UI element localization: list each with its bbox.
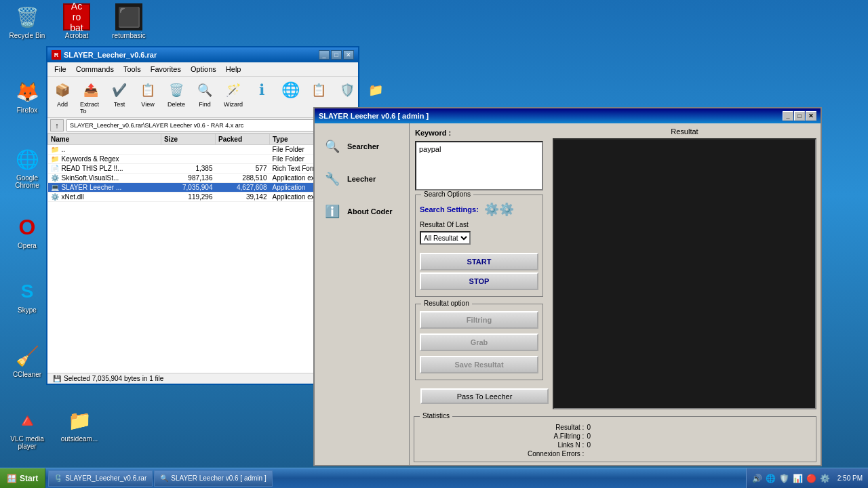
winrar-titlebar: R SLAYER_Leecher_v0.6.rar _ □ ✕ — [47, 47, 358, 62]
sidebar-item-leecher[interactable]: 🔧 Leecher — [315, 163, 409, 195]
slayer-body: 🔍 Searcher 🔧 Leecher ℹ️ About Coder Ke — [315, 123, 821, 465]
winrar-close-button[interactable]: ✕ — [343, 50, 354, 60]
file-packed-cell — [216, 145, 270, 155]
slayer-main: Keyword : Search Options Search Settings… — [410, 123, 821, 465]
winrar-filelist[interactable]: Name Size Packed Type 📁.. File Folder 📁K… — [47, 134, 358, 373]
file-name-cell: 📁.. — [48, 145, 161, 155]
table-row[interactable]: 💻SLAYER Leecher ... 7,035,904 4,627,608 … — [48, 183, 358, 192]
menu-favorites[interactable]: Favorites — [146, 64, 185, 75]
keyword-input[interactable] — [415, 141, 543, 190]
file-packed-cell: 288,510 — [216, 174, 270, 183]
start-button[interactable]: START — [420, 253, 538, 270]
menu-tools[interactable]: Tools — [119, 64, 145, 75]
filtring-button[interactable]: Filtring — [420, 311, 538, 329]
slayer-restore-button[interactable]: □ — [794, 111, 805, 121]
col-name[interactable]: Name — [48, 134, 161, 145]
toolbar-test-button[interactable]: ✔️ Test — [106, 78, 133, 109]
outsideam-label: outsideam... — [56, 435, 103, 443]
file-packed-cell: 4,627,608 — [216, 183, 270, 192]
sidebar-item-about-coder[interactable]: ℹ️ About Coder — [315, 195, 409, 228]
start-button[interactable]: 🪟 Start — [0, 468, 45, 488]
desktop-icon-chrome[interactable]: 🌐 Google Chrome — [3, 146, 51, 189]
vlc-icon: 🔺 — [14, 407, 41, 434]
acrobat-icon: Acrobat — [63, 3, 90, 30]
toolbar-shield-button[interactable]: 🛡️ — [334, 78, 361, 102]
addr-up-button[interactable]: ↑ — [50, 119, 64, 131]
winrar-addressbar: ↑ SLAYER_Leecher_v0.6.rar\SLAYER Leecher… — [47, 118, 358, 134]
file-name-cell: 📄READ THIS PLZ !!... — [48, 164, 161, 174]
keyword-label: Keyword : — [415, 129, 543, 137]
find-icon: 🔍 — [194, 79, 216, 101]
slayer-close-button[interactable]: ✕ — [806, 111, 816, 121]
table-row[interactable]: 📁.. File Folder — [48, 145, 358, 155]
toolbar-wizard-button[interactable]: 🪄 Wizard — [220, 78, 247, 109]
connexion-errors-label: Connexion Errors : — [418, 450, 584, 458]
search-settings-label: Search Settings: — [420, 205, 479, 214]
stop-button[interactable]: STOP — [420, 272, 538, 290]
toolbar-extractto-button[interactable]: 📤 Extract To — [77, 78, 104, 116]
file-size-cell — [161, 145, 216, 155]
gear-settings-icon[interactable]: ⚙️⚙️ — [484, 202, 514, 217]
slayer-titlebar: SLAYER Leecher v0.6 [ admin ] _ □ ✕ — [315, 108, 821, 123]
desktop-icon-firefox[interactable]: 🦊 Firefox — [3, 78, 51, 114]
menu-options[interactable]: Options — [186, 64, 220, 75]
desktop-icon-vlc[interactable]: 🔺 VLC media player — [3, 407, 51, 450]
slayer-minimize-button[interactable]: _ — [783, 111, 793, 121]
col-packed[interactable]: Packed — [216, 134, 270, 145]
table-row[interactable]: ⚙️xNet.dll 119,296 39,142 Application ex… — [48, 192, 358, 202]
grab-button[interactable]: Grab — [420, 333, 538, 351]
table-row[interactable]: 📁Keywords & Regex File Folder — [48, 155, 358, 164]
desktop-icon-ccleaner[interactable]: 🧹 CCleaner — [3, 342, 51, 378]
searcher-icon: 🔍 — [323, 137, 342, 156]
pass-to-leecher-button[interactable]: Pass To Leecher — [420, 388, 549, 404]
toolbar-info-button[interactable]: ℹ — [248, 78, 275, 102]
folder-icon: 📁 — [365, 79, 387, 101]
winrar-restore-button[interactable]: □ — [331, 50, 342, 60]
resultat-select[interactable]: All Resultat — [420, 231, 471, 245]
toolbar-globe-button[interactable]: 🌐 — [277, 78, 304, 102]
taskbar-slayer-icon: 🔍 — [160, 474, 168, 482]
file-size-cell: 119,296 — [161, 192, 216, 202]
winrar-minimize-button[interactable]: _ — [319, 50, 330, 60]
winrar-controls: _ □ ✕ — [319, 50, 354, 60]
save-resultat-button[interactable]: Save Resultat — [420, 356, 538, 373]
about-coder-icon: ℹ️ — [323, 202, 342, 221]
recycle-bin-icon: 🗑️ — [14, 3, 41, 30]
desktop-icon-acrobat[interactable]: Acrobat Acrobat — [53, 3, 100, 39]
resultat-stat-label: Resultat : — [418, 424, 584, 431]
winrar-toolbar: 📦 Add 📤 Extract To ✔️ Test 📋 View 🗑️ Del… — [47, 77, 358, 118]
table-row[interactable]: ⚙️SkinSoft.VisualSt... 987,136 288,510 A… — [48, 174, 358, 183]
links-n-stat-value: 0 — [587, 441, 700, 449]
tray-time: 2:50 PM — [837, 474, 863, 482]
info-icon: ℹ — [251, 79, 273, 101]
result-box[interactable] — [553, 138, 816, 409]
resultat-stat-value: 0 — [587, 424, 700, 431]
col-size[interactable]: Size — [161, 134, 216, 145]
desktop-icon-returnbasic[interactable]: ⬛ returnbasic — [105, 3, 153, 39]
desktop-icon-recycle-bin[interactable]: 🗑️ Recycle Bin — [3, 3, 51, 39]
sidebar-item-searcher[interactable]: 🔍 Searcher — [315, 130, 409, 163]
toolbar-find-button[interactable]: 🔍 Find — [191, 78, 218, 109]
toolbar-add-button[interactable]: 📦 Add — [49, 78, 76, 109]
taskbar-item-winrar[interactable]: 🗜️ SLAYER_Leecher_v0.6.rar — [48, 470, 153, 487]
winrar-status-text: Selected 7,035,904 bytes in 1 file — [64, 375, 163, 382]
taskbar-tray: 🔊 🌐 🛡️ 📊 🔴 ⚙️ 2:50 PM — [746, 468, 868, 488]
a-filtring-stat-label: A.Filtring : — [418, 432, 584, 440]
desktop-icon-outsideam[interactable]: 📁 outsideam... — [56, 407, 103, 443]
desktop-icon-skype[interactable]: S Skype — [3, 278, 51, 314]
taskbar-item-slayer[interactable]: 🔍 SLAYER Leecher v0.6 [ admin ] — [154, 470, 272, 487]
table-row[interactable]: 📄READ THIS PLZ !!... 1,385 577 Rich Text… — [48, 164, 358, 174]
menu-help[interactable]: Help — [222, 64, 245, 75]
slayer-window: SLAYER Leecher v0.6 [ admin ] _ □ ✕ 🔍 Se… — [313, 107, 822, 466]
menu-file[interactable]: File — [50, 64, 71, 75]
winrar-status: 💾 Selected 7,035,904 bytes in 1 file — [47, 373, 358, 384]
desktop-icon-opera[interactable]: O Opera — [3, 214, 51, 249]
skype-label: Skype — [3, 306, 51, 314]
toolbar-folder-button[interactable]: 📁 — [362, 78, 389, 102]
winrar-drive-icon: 💾 — [53, 375, 61, 382]
toolbar-delete-button[interactable]: 🗑️ Delete — [163, 78, 190, 109]
toolbar-list-button[interactable]: 📋 — [305, 78, 332, 102]
menu-commands[interactable]: Commands — [72, 64, 118, 75]
toolbar-view-button[interactable]: 📋 View — [134, 78, 161, 109]
tray-icon-5: ⚙️ — [820, 473, 831, 484]
